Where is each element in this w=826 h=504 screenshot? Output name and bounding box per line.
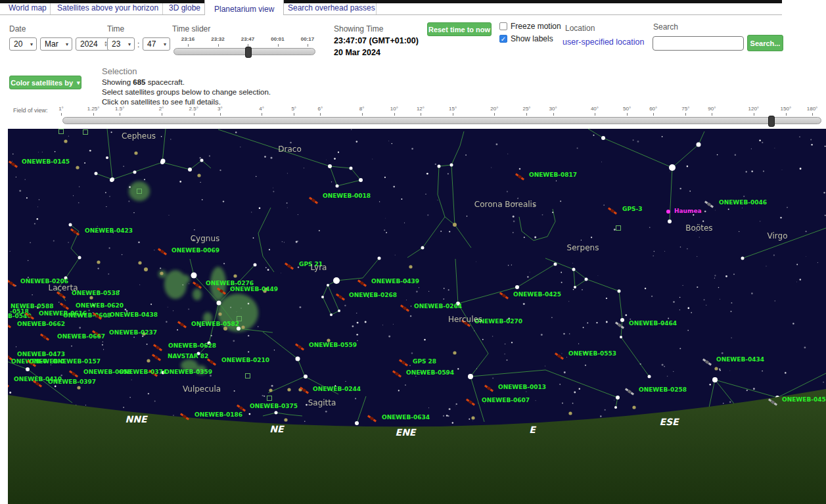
reset-time-button[interactable]: Reset time to now [427, 22, 492, 36]
satellite-label[interactable]: ONEWEB-0186 [195, 411, 242, 418]
show-labels-checkbox[interactable]: ✓ Show labels [499, 34, 553, 43]
fov-tick-label: 3° [218, 106, 223, 112]
freeze-motion-checkbox[interactable]: Freeze motion [499, 22, 561, 31]
checkbox-icon[interactable]: ✓ [499, 35, 507, 43]
satellite-label[interactable]: ONEWEB-0374 [119, 369, 167, 375]
time-tick-label: 00:01 [271, 36, 284, 42]
showing-date-value: 20 Mar 2024 [334, 48, 380, 57]
fov-tick-label: 5° [291, 106, 296, 112]
satellite-label[interactable]: ONEWEB-0559 [309, 342, 357, 348]
tab-satellites-above-your-horizon[interactable]: Satellites above your horizon [57, 3, 158, 15]
satellite-label[interactable]: ONEWEB-0069 [172, 247, 219, 254]
satellite-label[interactable]: ONEWEB-0258 [639, 386, 687, 393]
satellite-label[interactable]: ONEWEB-0157 [53, 358, 101, 365]
satellite-label[interactable]: ONEWEB-0438 [110, 311, 158, 318]
fov-slider-thumb[interactable] [768, 116, 775, 127]
satellite-label[interactable]: ONEWEB-0244 [313, 386, 361, 392]
satellite-label[interactable]: NAVSTAR 82 [168, 353, 208, 359]
tab-separator [50, 3, 51, 14]
satellite-label[interactable]: ONEWEB-0817 [529, 172, 577, 178]
satellite-label[interactable]: ONEWEB-0439 [371, 278, 419, 285]
time-slider-thumb[interactable] [245, 47, 252, 58]
satellite-label[interactable]: ONEWEB-0375 [250, 403, 298, 409]
time-tick-mark [308, 44, 308, 47]
satellite-label[interactable]: ONEWEB-0013 [498, 384, 546, 390]
search-button[interactable]: Search... [747, 35, 783, 51]
satellite-label[interactable]: ONEWEB-0449 [230, 286, 278, 292]
satellite-label[interactable]: ONEWEB-0423 [85, 227, 133, 234]
fov-tick-label: 1.5° [115, 106, 124, 112]
satellite-label[interactable]: ONEWEB-0145 [22, 158, 70, 165]
fov-tick-label: 6° [318, 106, 323, 112]
fov-tick-mark [61, 113, 62, 116]
time-tick-label: 23:16 [181, 36, 195, 42]
satellite-label[interactable]: ONEWEB-0608 [63, 312, 111, 319]
planet-label[interactable]: Haumea [674, 208, 702, 214]
satellite-label[interactable]: ONEWEB-0553 [568, 350, 616, 357]
satellite-label[interactable]: ONEWEB-0359 [164, 369, 212, 375]
satellite-label[interactable]: ONEWEB-0667 [57, 333, 105, 340]
satellite-label[interactable]: ONEWEB-0210 [221, 357, 269, 363]
fov-tick-mark [320, 113, 321, 116]
satellite-label[interactable]: ONEWEB-0620 [76, 302, 124, 309]
satellite-label[interactable]: ONEWEB-0458 [782, 396, 826, 403]
satellite-label[interactable]: ONEWEB-0434 [716, 356, 764, 363]
satellite-label[interactable]: ONEWEB-0594 [406, 369, 454, 376]
satellite-label[interactable]: ONEWEB-0538 [72, 290, 120, 296]
search-input[interactable] [653, 36, 744, 51]
fov-slider-track[interactable] [62, 117, 821, 124]
satellite-label[interactable]: ONEWEB-0662 [17, 321, 65, 327]
hour-select[interactable]: 23▾ [107, 37, 135, 51]
day-select[interactable]: 20▾ [9, 37, 37, 51]
satellite-label[interactable]: ONEWEB-0634 [382, 414, 430, 421]
time-slider-track[interactable] [173, 48, 315, 55]
year-input[interactable]: 2024 ▲▼ [76, 37, 112, 51]
satellite-label[interactable]: GPS 28 [413, 358, 436, 365]
checkbox-icon[interactable] [499, 22, 507, 30]
satellite-label[interactable]: ONEWEB-0473 [17, 351, 65, 357]
month-select[interactable]: Mar▾ [40, 37, 72, 51]
sky-map[interactable]: ONEWEB-0145ONEWEB-0423ONEWEB-0069ONEWEB-… [8, 129, 826, 504]
satellite-label[interactable]: ONEWEB-0237 [109, 329, 157, 336]
fov-tick-label: 15° [449, 106, 457, 112]
selection-line-2: Select satellites groups below to change… [102, 88, 271, 96]
tab-search-overhead-passes[interactable]: Search overhead passes [288, 3, 375, 15]
satellite-label[interactable]: ONEWEB-0264 [414, 303, 462, 309]
tab-planetarium-view[interactable]: Planetarium view [204, 0, 284, 15]
fov-tick-label: 75° [681, 106, 689, 112]
satellite-label[interactable]: ONEWEB-0268 [349, 292, 397, 298]
satellite-label[interactable]: ONEWEB-0582 [191, 321, 239, 327]
satellite-label[interactable]: ONEWEB-0397 [48, 378, 96, 385]
fov-tick-mark [786, 113, 787, 116]
constellation-name: Hercules [448, 315, 482, 324]
satellite-label[interactable]: ONEWEB-0018 [323, 193, 371, 199]
fov-tick-mark [526, 113, 527, 116]
satellite-label[interactable]: ONEWEB-0046 [719, 199, 767, 206]
fov-tick-mark [453, 113, 453, 116]
constellation-name: Draco [278, 145, 301, 154]
date-label: Date [9, 24, 26, 34]
fov-tick-label: 30° [549, 106, 557, 112]
time-tick-mark [218, 44, 219, 47]
minute-select[interactable]: 47▾ [143, 37, 170, 51]
satellite-label[interactable]: ONEWEB-0425 [513, 291, 561, 298]
fov-tick-mark [362, 113, 363, 116]
constellation-name: Cepheus [122, 131, 156, 141]
fov-tick-label: 40° [591, 106, 599, 112]
fov-tick-mark [595, 113, 595, 116]
time-label: Time [107, 24, 124, 34]
color-satellites-button[interactable]: Color satellites by ▾ [9, 76, 81, 89]
tab-world-map[interactable]: World map [9, 3, 47, 15]
compass-label: E [529, 424, 536, 435]
location-link[interactable]: user-specified location [562, 37, 644, 47]
satellite-label[interactable]: ONEWEB-0628 [168, 342, 216, 349]
fov-tick-mark [394, 113, 395, 116]
tab-3d-globe[interactable]: 3D globe [169, 3, 200, 15]
satellite-label[interactable]: ONEWEB-0607 [482, 397, 530, 403]
constellation-name: Sagitta [308, 398, 336, 407]
compass-label: ESE [659, 417, 679, 427]
planet-icon[interactable] [666, 210, 670, 214]
satellite-label[interactable]: ONEWEB-0464 [629, 320, 677, 327]
fov-tick-mark [93, 113, 94, 116]
satellite-label[interactable]: GPS-3 [622, 206, 642, 212]
